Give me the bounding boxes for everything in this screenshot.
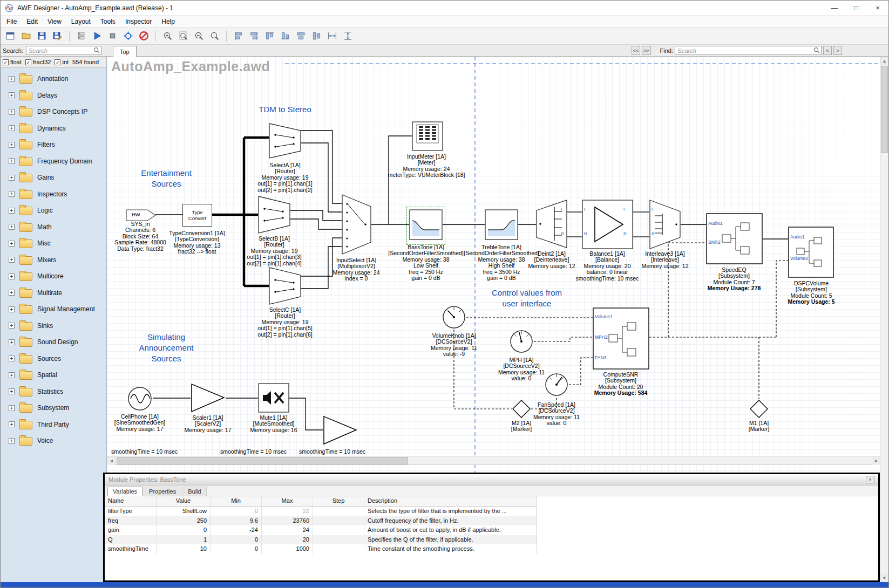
zoom-in-button[interactable]: [160, 29, 175, 43]
block-inputmeter[interactable]: [412, 121, 443, 153]
expand-icon[interactable]: +: [9, 158, 15, 164]
expand-icon[interactable]: +: [9, 257, 15, 263]
block-inputselect[interactable]: [342, 194, 371, 257]
minimize-button[interactable]: —: [824, 1, 845, 15]
zoom-page-button[interactable]: [176, 29, 191, 43]
scroll-left-arrow[interactable]: ◄: [107, 456, 116, 465]
tab-build[interactable]: Build: [182, 487, 206, 496]
new-button[interactable]: [3, 29, 18, 43]
open-button[interactable]: [19, 29, 33, 43]
sidebar-item-third-party[interactable]: +Third Party: [1, 416, 106, 433]
align-right-button[interactable]: [247, 29, 261, 43]
match-width-button[interactable]: [325, 29, 340, 43]
halt-button[interactable]: [137, 29, 151, 43]
close-button[interactable]: ×: [867, 1, 888, 15]
save-button[interactable]: [35, 29, 49, 43]
sidebar-item-multirate[interactable]: +Multirate: [1, 285, 106, 302]
block-dspcvolume[interactable]: Audio1 Volume2: [788, 227, 834, 280]
variable-row-gain[interactable]: gain0-2424Amount of boost or cut to appl…: [105, 525, 537, 535]
menu-view[interactable]: View: [43, 16, 66, 27]
find-next-button[interactable]: >: [833, 46, 842, 55]
menu-tools[interactable]: Tools: [96, 16, 120, 27]
block-m2[interactable]: [512, 399, 531, 421]
scroll-up-arrow[interactable]: ▲: [880, 57, 888, 65]
expand-icon[interactable]: +: [9, 142, 15, 148]
column-header-max[interactable]: Max: [262, 496, 313, 506]
match-height-button[interactable]: [341, 29, 355, 43]
align-bottom-button[interactable]: [278, 29, 293, 43]
expand-icon[interactable]: +: [9, 421, 15, 427]
expand-icon[interactable]: +: [9, 388, 15, 394]
filter-int[interactable]: ✓int: [55, 59, 69, 65]
tab-properties[interactable]: Properties: [144, 487, 181, 496]
menu-help[interactable]: Help: [157, 16, 180, 27]
expand-icon[interactable]: +: [9, 224, 15, 230]
sidebar-item-sinks[interactable]: +Sinks: [1, 318, 106, 334]
tune-button[interactable]: [121, 29, 135, 43]
sidebar-item-annotation[interactable]: +Annotation: [1, 71, 106, 87]
server-button[interactable]: [74, 29, 89, 43]
column-header-value[interactable]: Value: [157, 496, 211, 506]
block-selectb[interactable]: [258, 196, 290, 236]
variable-row-freq[interactable]: freq2509.623760Cutoff frequency of the f…: [105, 516, 537, 526]
checkbox-icon[interactable]: ✓: [25, 59, 31, 65]
expand-icon[interactable]: +: [9, 355, 15, 361]
sidebar-item-statistics[interactable]: +Statistics: [1, 384, 106, 400]
expand-icon[interactable]: +: [9, 290, 15, 296]
block-cellphone[interactable]: [127, 386, 153, 414]
expand-icon[interactable]: +: [9, 438, 15, 444]
block-m1[interactable]: [749, 399, 769, 421]
expand-icon[interactable]: +: [9, 76, 15, 82]
expand-icon[interactable]: +: [9, 208, 15, 214]
hscroll-thumb[interactable]: [117, 457, 408, 464]
expand-icon[interactable]: +: [9, 339, 15, 345]
block-trebletone[interactable]: [485, 209, 518, 242]
block-typeconversion1[interactable]: TypeConvert: [182, 204, 212, 227]
scroll-down-arrow[interactable]: ▼: [880, 573, 888, 582]
expand-icon[interactable]: +: [9, 241, 15, 247]
sidebar-item-inspectors[interactable]: +Inspectors: [1, 186, 106, 203]
sidebar-item-subsystem[interactable]: +Subsystem: [1, 400, 106, 416]
zoom-button[interactable]: [207, 29, 222, 43]
sidebar-item-logic[interactable]: +Logic: [1, 202, 106, 219]
block-selectc[interactable]: [269, 267, 301, 307]
block-scaler1[interactable]: [191, 383, 226, 415]
stop-button[interactable]: [105, 29, 120, 43]
block-interleave3[interactable]: [649, 200, 681, 251]
sidebar-item-frequency-domain[interactable]: +Frequency Domain: [1, 153, 106, 170]
save-as-button[interactable]: [50, 29, 65, 43]
expand-icon[interactable]: +: [9, 175, 15, 181]
variable-row-smoothingTime[interactable]: smoothingTime1001000Time constant of the…: [105, 544, 537, 554]
column-header-name[interactable]: Name: [105, 496, 157, 506]
expand-icon[interactable]: +: [9, 191, 15, 197]
block-selecta[interactable]: [269, 123, 301, 161]
block-volumeknob[interactable]: [442, 305, 466, 332]
sidebar-item-math[interactable]: +Math: [1, 219, 106, 236]
block-computesnr[interactable]: Volume1 MPH2 FAN3: [593, 307, 649, 372]
expand-icon[interactable]: +: [9, 405, 15, 411]
filter-float[interactable]: ✓float: [3, 59, 22, 65]
sidebar-item-dynamics[interactable]: +Dynamics: [1, 120, 106, 137]
design-canvas[interactable]: AutoAmp_Example.awd TDM to Stereo Entert…: [107, 57, 881, 473]
panel-close-button[interactable]: ×: [866, 476, 874, 483]
block-basstone[interactable]: [409, 209, 443, 242]
checkbox-icon[interactable]: ✓: [55, 59, 60, 65]
expand-icon[interactable]: +: [9, 323, 15, 329]
maximize-button[interactable]: □: [845, 1, 867, 15]
zoom-out-button[interactable]: [192, 29, 206, 43]
menu-file[interactable]: File: [2, 16, 22, 27]
expand-icon[interactable]: +: [9, 109, 15, 115]
sidebar-item-delays[interactable]: +Delays: [1, 87, 106, 104]
run-button[interactable]: [90, 29, 104, 43]
sidebar-item-sources[interactable]: +Sources: [1, 351, 106, 367]
sidebar-item-sound-design[interactable]: +Sound Design: [1, 334, 106, 351]
block-speedeq[interactable]: Audio1 SNR2: [706, 213, 763, 266]
block-fanspeed[interactable]: [544, 372, 569, 399]
find-input[interactable]: [675, 46, 822, 55]
search-input[interactable]: [26, 46, 101, 55]
sidebar-item-voice[interactable]: +Voice: [1, 433, 106, 449]
find-prev-button[interactable]: <: [823, 46, 832, 55]
align-left-button[interactable]: [231, 29, 246, 43]
filter-fract32[interactable]: ✓fract32: [25, 59, 51, 65]
align-top-button[interactable]: [262, 29, 277, 43]
